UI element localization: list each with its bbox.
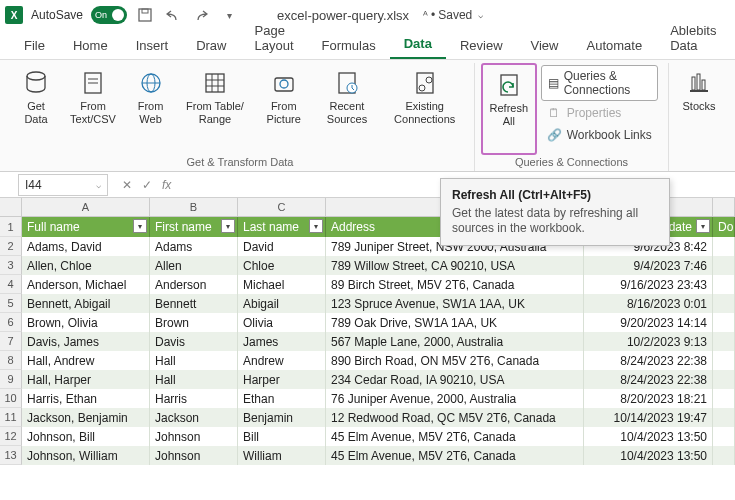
cell-fullname[interactable]: Brown, Olivia	[22, 313, 150, 332]
select-all-corner[interactable]	[0, 198, 22, 216]
tab-review[interactable]: Review	[446, 32, 517, 59]
cell-firstname[interactable]: Brown	[150, 313, 238, 332]
cell-firstname[interactable]: Anderson	[150, 275, 238, 294]
cell-fullname[interactable]: Johnson, William	[22, 446, 150, 465]
filter-icon[interactable]: ▾	[221, 219, 235, 233]
th-lastname[interactable]: Last name▾	[238, 217, 326, 237]
cell-regdate[interactable]: 9/16/2023 23:43	[584, 275, 713, 294]
col-header-b[interactable]: B	[150, 198, 238, 216]
tab-home[interactable]: Home	[59, 32, 122, 59]
cell-regdate[interactable]: 10/4/2023 13:50	[584, 446, 713, 465]
get-data-button[interactable]: Get Data	[12, 63, 60, 155]
tab-draw[interactable]: Draw	[182, 32, 240, 59]
cell-firstname[interactable]: Hall	[150, 370, 238, 389]
cell-address[interactable]: 123 Spruce Avenue, SW1A 1AA, UK	[326, 294, 584, 313]
tab-formulas[interactable]: Formulas	[308, 32, 390, 59]
cell-lastname[interactable]: Michael	[238, 275, 326, 294]
cell-fullname[interactable]: Adams, David	[22, 237, 150, 256]
cell-overflow[interactable]	[713, 370, 735, 389]
cell-regdate[interactable]: 9/4/2023 7:46	[584, 256, 713, 275]
cell-overflow[interactable]	[713, 256, 735, 275]
cell-firstname[interactable]: Allen	[150, 256, 238, 275]
cell-address[interactable]: 89 Birch Street, M5V 2T6, Canada	[326, 275, 584, 294]
col-header-c[interactable]: C	[238, 198, 326, 216]
refresh-all-button[interactable]: Refresh All	[481, 63, 537, 155]
cell-overflow[interactable]	[713, 294, 735, 313]
cell-lastname[interactable]: William	[238, 446, 326, 465]
cell-fullname[interactable]: Jackson, Benjamin	[22, 408, 150, 427]
row-header[interactable]: 11	[0, 408, 22, 427]
col-header-f[interactable]	[713, 198, 735, 216]
from-csv-button[interactable]: From Text/CSV	[60, 63, 126, 155]
tab-insert[interactable]: Insert	[122, 32, 183, 59]
cell-firstname[interactable]: Harris	[150, 389, 238, 408]
cell-fullname[interactable]: Hall, Harper	[22, 370, 150, 389]
cancel-icon[interactable]: ✕	[122, 178, 132, 192]
tab-automate[interactable]: Automate	[572, 32, 656, 59]
from-range-button[interactable]: From Table/ Range	[175, 63, 255, 155]
queries-connections-button[interactable]: ▤Queries & Connections	[541, 65, 658, 101]
cell-address[interactable]: 76 Juniper Avenue, 2000, Australia	[326, 389, 584, 408]
row-header[interactable]: 13	[0, 446, 22, 465]
cell-firstname[interactable]: Johnson	[150, 446, 238, 465]
cell-regdate[interactable]: 8/24/2023 22:38	[584, 351, 713, 370]
undo-icon[interactable]	[163, 5, 183, 25]
qat-overflow-icon[interactable]: ▾	[219, 5, 239, 25]
cell-firstname[interactable]: Davis	[150, 332, 238, 351]
cell-regdate[interactable]: 8/16/2023 0:01	[584, 294, 713, 313]
confirm-icon[interactable]: ✓	[142, 178, 152, 192]
tab-view[interactable]: View	[517, 32, 573, 59]
cell-lastname[interactable]: James	[238, 332, 326, 351]
row-header[interactable]: 5	[0, 294, 22, 313]
cell-lastname[interactable]: Chloe	[238, 256, 326, 275]
th-firstname[interactable]: First name▾	[150, 217, 238, 237]
cell-address[interactable]: 234 Cedar Road, IA 90210, USA	[326, 370, 584, 389]
cell-address[interactable]: 12 Redwood Road, QC M5V 2T6, Canada	[326, 408, 584, 427]
cell-fullname[interactable]: Allen, Chloe	[22, 256, 150, 275]
redo-icon[interactable]	[191, 5, 211, 25]
row-header[interactable]: 3	[0, 256, 22, 275]
cell-lastname[interactable]: Andrew	[238, 351, 326, 370]
cell-regdate[interactable]: 9/20/2023 14:14	[584, 313, 713, 332]
cell-fullname[interactable]: Anderson, Michael	[22, 275, 150, 294]
cell-address[interactable]: 567 Maple Lane, 2000, Australia	[326, 332, 584, 351]
cell-overflow[interactable]	[713, 237, 735, 256]
from-web-button[interactable]: From Web	[126, 63, 175, 155]
name-box[interactable]: I44⌵	[18, 174, 108, 196]
tab-file[interactable]: File	[10, 32, 59, 59]
row-header[interactable]: 2	[0, 237, 22, 256]
row-header-1[interactable]: 1	[0, 217, 22, 237]
filter-icon[interactable]: ▾	[133, 219, 147, 233]
cell-overflow[interactable]	[713, 313, 735, 332]
from-picture-button[interactable]: From Picture	[255, 63, 313, 155]
col-header-a[interactable]: A	[22, 198, 150, 216]
cell-lastname[interactable]: Ethan	[238, 389, 326, 408]
filter-icon[interactable]: ▾	[309, 219, 323, 233]
cell-regdate[interactable]: 10/14/2023 19:47	[584, 408, 713, 427]
row-header[interactable]: 4	[0, 275, 22, 294]
chevron-down-icon[interactable]: ⌵	[96, 180, 101, 190]
cell-firstname[interactable]: Jackson	[150, 408, 238, 427]
row-header[interactable]: 9	[0, 370, 22, 389]
save-icon[interactable]	[135, 5, 155, 25]
cell-overflow[interactable]	[713, 332, 735, 351]
cell-fullname[interactable]: Hall, Andrew	[22, 351, 150, 370]
tab-page-layout[interactable]: Page Layout	[241, 17, 308, 59]
row-header[interactable]: 8	[0, 351, 22, 370]
cell-regdate[interactable]: 10/4/2023 13:50	[584, 427, 713, 446]
tab-data[interactable]: Data	[390, 30, 446, 59]
cell-fullname[interactable]: Bennett, Abigail	[22, 294, 150, 313]
cell-address[interactable]: 789 Oak Drive, SW1A 1AA, UK	[326, 313, 584, 332]
filter-icon[interactable]: ▾	[696, 219, 710, 233]
cell-lastname[interactable]: Olivia	[238, 313, 326, 332]
th-overflow[interactable]: Do	[713, 217, 735, 237]
autosave-toggle[interactable]: On	[91, 6, 127, 24]
cell-lastname[interactable]: Abigail	[238, 294, 326, 313]
cell-fullname[interactable]: Johnson, Bill	[22, 427, 150, 446]
cell-overflow[interactable]	[713, 351, 735, 370]
cell-overflow[interactable]	[713, 389, 735, 408]
cell-regdate[interactable]: 8/20/2023 18:21	[584, 389, 713, 408]
cell-address[interactable]: 789 Willow Street, CA 90210, USA	[326, 256, 584, 275]
stocks-button[interactable]: Stocks	[675, 63, 723, 155]
cell-lastname[interactable]: Bill	[238, 427, 326, 446]
